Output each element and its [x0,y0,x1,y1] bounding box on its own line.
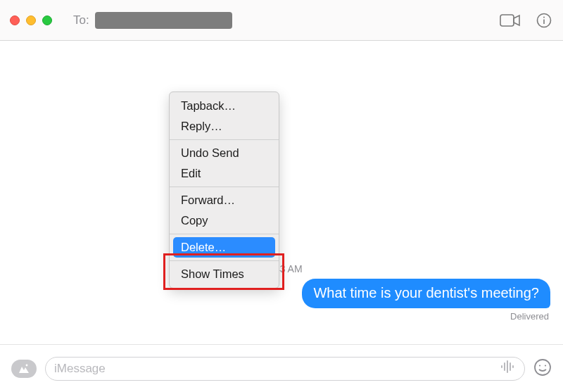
menu-item-reply[interactable]: Reply… [170,116,279,137]
message-timestamp: 11:43 AM [0,263,563,274]
delivery-status: Delivered [510,311,549,322]
svg-rect-0 [500,15,514,26]
audio-message-icon[interactable] [500,360,516,377]
message-input-placeholder: iMessage [54,362,500,376]
menu-item-copy[interactable]: Copy [170,210,279,231]
facetime-icon[interactable] [500,13,521,27]
info-icon[interactable] [536,13,552,28]
svg-rect-6 [504,362,505,371]
menu-item-delete[interactable]: Delete… [173,237,275,258]
svg-point-12 [545,365,546,366]
context-menu: Tapback…Reply…Undo SendEditForward…CopyD… [169,91,279,289]
menu-item-forward[interactable]: Forward… [170,190,279,210]
fullscreen-window-button[interactable] [42,15,52,25]
compose-bar: iMessage [0,344,563,392]
menu-item-undo-send[interactable]: Undo Send [170,143,279,163]
message-input[interactable]: iMessage [45,357,525,381]
minimize-window-button[interactable] [26,15,36,25]
menu-separator [170,234,279,234]
menu-item-show-times[interactable]: Show Times [170,264,279,284]
apps-button[interactable] [11,360,37,378]
to-field[interactable]: To: [73,12,500,29]
menu-separator [170,260,279,261]
svg-rect-8 [510,362,511,371]
menu-separator [170,186,279,187]
close-window-button[interactable] [10,15,20,25]
titlebar-actions [500,13,552,28]
svg-point-11 [539,365,540,366]
menu-separator [170,139,279,140]
svg-point-4 [26,364,28,366]
svg-point-10 [535,360,550,375]
emoji-icon[interactable] [533,358,552,379]
sent-message-text: What time is your dentist's meeting? [313,285,539,301]
svg-point-2 [543,16,545,18]
menu-item-tapback[interactable]: Tapback… [170,96,279,116]
window-controls [10,15,52,25]
titlebar: To: [0,0,563,41]
to-label: To: [73,13,89,27]
menu-item-edit[interactable]: Edit [170,163,279,184]
svg-rect-5 [501,365,502,368]
svg-rect-7 [507,360,508,373]
recipient-redacted [95,12,232,29]
svg-rect-9 [512,365,514,368]
conversation-area: 11:43 AM What time is your dentist's mee… [0,41,563,344]
sent-message-bubble[interactable]: What time is your dentist's meeting? [302,279,550,308]
